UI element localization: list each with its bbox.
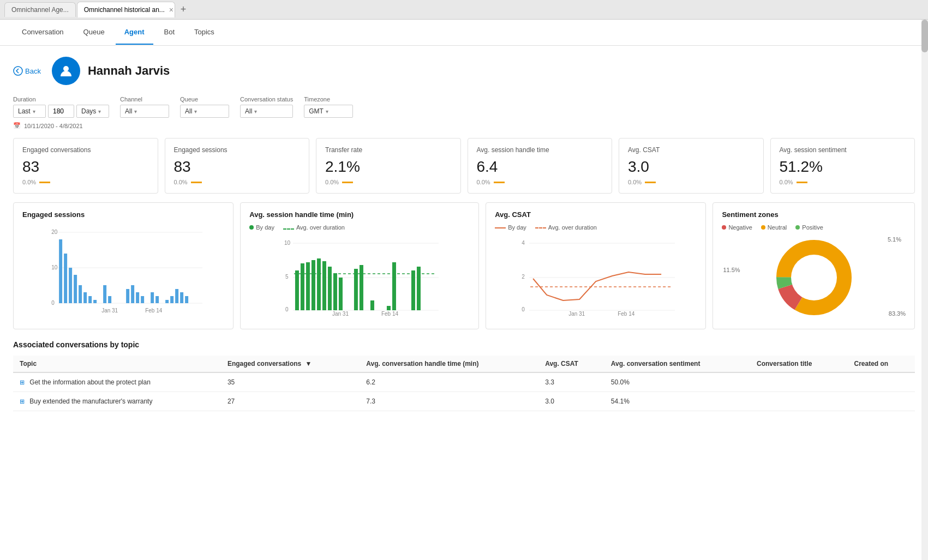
col-avg-csat: Avg. CSAT [538,356,604,372]
agent-name: Hannah Jarvis [88,64,170,78]
duration-preset-select[interactable]: Last ▾ [13,105,46,118]
kpi-delta: 0.0% [628,179,642,185]
scrollbar-track[interactable] [921,20,928,560]
nav-tab-queue[interactable]: Queue [75,20,113,45]
svg-rect-17 [103,285,106,303]
kpi-title: Engaged conversations [22,146,149,154]
svg-rect-50 [354,269,358,310]
tab-omnichannel-historical[interactable]: Omnichannel historical an... × [77,2,175,17]
nav-tab-bot[interactable]: Bot [155,20,184,45]
negative-pct-label: 11.5% [723,267,740,273]
timezone-select[interactable]: GMT ▾ [304,105,353,118]
negative-dot [722,225,726,230]
chart-legend: By day Avg. over duration [495,224,697,231]
sentiment-legend: Negative Neutral Positive [722,224,906,231]
kpi-trend-bar [342,182,353,183]
sentiment-cell: 50.0% [604,372,750,392]
col-engaged-conversations[interactable]: Engaged conversations ▼ [221,356,360,372]
neutral-pct-label: 83.3% [889,310,906,317]
main-content: Back Hannah Jarvis Duration Last ▾ Days … [0,46,928,560]
conv-status-filter: Conversation status All ▾ [240,96,293,118]
kpi-title: Avg. session sentiment [780,146,906,154]
expand-row-icon[interactable]: ⊞ [20,398,25,405]
tab-omnichannel-agent[interactable]: Omnichannel Age... [4,2,76,17]
tab-close-icon[interactable]: × [169,5,173,14]
svg-rect-15 [93,300,97,303]
col-topic: Topic [13,356,221,372]
kpi-avg-session-handle-time: Avg. session handle time 6.4 0.0% [468,138,613,194]
topic-cell: ⊞ Buy extended the manufacturer's warran… [13,392,221,411]
chart-title: Sentiment zones [722,210,906,219]
scrollbar-thumb[interactable] [921,20,928,52]
kpi-trend-bar [797,182,807,183]
svg-rect-49 [339,278,343,310]
kpi-value: 3.0 [628,158,755,176]
channel-select[interactable]: All ▾ [120,105,169,118]
chevron-down-icon: ▾ [254,109,257,115]
sentiment-zones-chart: Sentiment zones Negative Neutral Positiv… [713,202,915,329]
conv-status-select[interactable]: All ▾ [240,105,293,118]
duration-value-input[interactable] [48,105,74,118]
calendar-icon: 📅 [13,122,21,129]
chevron-down-icon: ▾ [194,109,197,115]
col-avg-handle-time: Avg. conversation handle time (min) [360,356,538,372]
timezone-filter: Timezone GMT ▾ [304,96,353,118]
by-day-dot [249,225,254,230]
back-button[interactable]: Back [13,66,41,76]
table-row: ⊞ Buy extended the manufacturer's warran… [13,392,915,411]
browser-tab-bar: Omnichannel Age... Omnichannel historica… [0,0,928,20]
expand-row-icon[interactable]: ⊞ [20,379,25,386]
tab-label: Omnichannel Age... [11,6,69,14]
kpi-delta: 0.0% [325,179,339,185]
chart-title: Engaged sessions [22,210,224,219]
svg-point-1 [63,66,69,71]
queue-label: Queue [180,96,229,103]
queue-filter: Queue All ▾ [180,96,229,118]
kpi-row: Engaged conversations 83 0.0% Engaged se… [13,138,915,194]
svg-rect-13 [83,292,87,303]
kpi-delta: 0.0% [477,179,490,185]
svg-rect-29 [175,289,178,303]
svg-text:10: 10 [51,264,58,270]
avg-dash [535,227,546,228]
kpi-trend-bar [645,182,656,183]
kpi-value: 83 [22,158,149,176]
positive-dot [795,225,800,230]
svg-rect-20 [126,289,129,303]
table-section-title: Associated conversations by topic [13,340,915,349]
conv-status-label: Conversation status [240,96,293,103]
svg-rect-31 [185,296,188,303]
kpi-delta: 0.0% [22,179,36,185]
charts-row: Engaged sessions 20 10 0 [13,202,915,329]
duration-unit-select[interactable]: Days ▾ [76,105,109,118]
chevron-down-icon: ▾ [98,109,101,115]
nav-tab-topics[interactable]: Topics [185,20,223,45]
handle-time-cell: 7.3 [360,392,538,411]
svg-rect-23 [141,296,144,303]
queue-select[interactable]: All ▾ [180,105,229,118]
svg-rect-41 [295,270,299,310]
nav-tab-agent[interactable]: Agent [116,20,153,45]
engaged-conv-cell: 27 [221,392,360,411]
svg-point-0 [14,67,22,75]
neutral-dot [761,225,765,230]
positive-pct-label: 5.1% [888,236,901,243]
svg-rect-44 [312,260,315,310]
svg-rect-12 [79,285,82,303]
svg-rect-51 [360,265,363,310]
kpi-value: 2.1% [325,158,452,176]
add-tab-button[interactable]: + [176,4,191,15]
sort-icon: ▼ [306,360,312,368]
nav-tab-conversation[interactable]: Conversation [13,20,73,45]
kpi-title: Engaged sessions [174,146,301,154]
svg-rect-30 [180,292,183,303]
kpi-engaged-sessions: Engaged sessions 83 0.0% [165,138,310,194]
kpi-avg-session-sentiment: Avg. session sentiment 51.2% 0.0% [770,138,915,194]
kpi-title: Avg. session handle time [477,146,603,154]
chart-title: Avg. session handle time (min) [249,210,470,219]
csat-cell: 3.3 [538,372,604,392]
svg-text:10: 10 [284,240,291,246]
engaged-sessions-svg: 20 10 0 [22,224,224,317]
tab-label: Omnichannel historical an... [84,6,165,14]
engaged-conv-cell: 35 [221,372,360,392]
